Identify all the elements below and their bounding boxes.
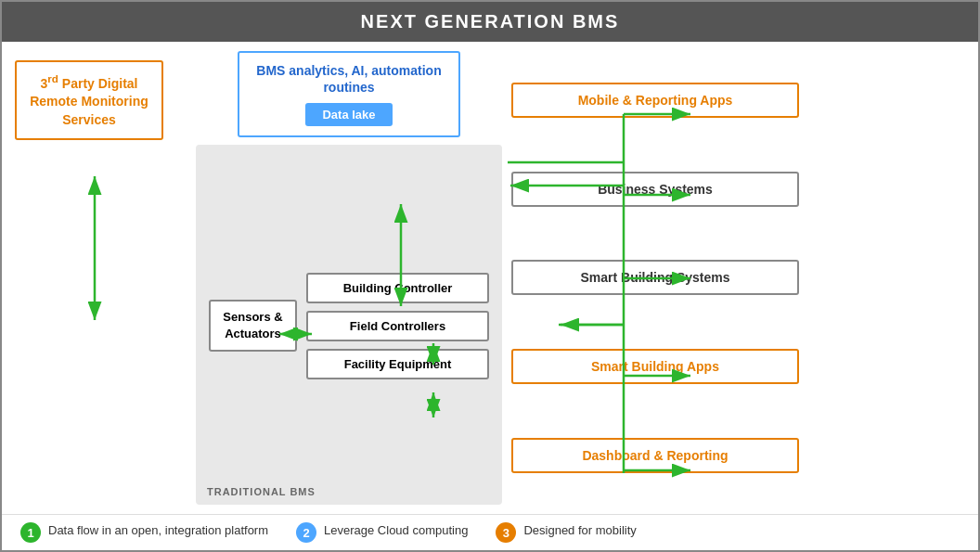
middle-column: BMS analytics, AI, automation routines D… xyxy=(196,51,502,505)
left-column: 3rd Party Digital Remote Monitoring Serv… xyxy=(15,51,187,505)
dashboard-reporting-box: Dashboard & Reporting xyxy=(511,438,799,473)
legend-circle-1: 1 xyxy=(20,522,41,543)
third-party-label: 3rd Party Digital Remote Monitoring Serv… xyxy=(30,76,148,127)
legend-item-1: 1 Data flow in an open, integration plat… xyxy=(20,522,268,543)
traditional-bms-label: TRADITIONAL BMS xyxy=(207,486,316,497)
right-column: Mobile & Reporting Apps Business Systems… xyxy=(511,51,799,505)
diagram-area: 3rd Party Digital Remote Monitoring Serv… xyxy=(2,42,978,514)
legend-number-2: 2 xyxy=(303,526,309,540)
smart-building-apps-box: Smart Building Apps xyxy=(511,349,799,384)
legend-item-3: 3 Designed for mobility xyxy=(496,522,636,543)
analytics-box: BMS analytics, AI, automation routines D… xyxy=(238,51,460,137)
traditional-bms-area: Sensors & Actuators Building Controller … xyxy=(196,145,502,505)
legend-number-1: 1 xyxy=(27,526,33,540)
outer-container: NEXT GENERATION BMS 3rd Party Digital Re… xyxy=(0,0,980,552)
data-lake-label: Data lake xyxy=(305,103,392,126)
page-title: NEXT GENERATION BMS xyxy=(2,2,978,42)
legend-number-3: 3 xyxy=(503,526,509,540)
legend-text-2: Leverage Cloud computing xyxy=(324,522,468,539)
smart-building-systems-box: Smart Building Systems xyxy=(511,260,799,295)
mobile-reporting-apps-box: Mobile & Reporting Apps xyxy=(511,83,799,118)
field-controllers-box: Field Controllers xyxy=(306,311,489,341)
business-systems-box: Business Systems xyxy=(511,172,799,207)
legend-circle-2: 2 xyxy=(296,522,316,543)
legend-item-2: 2 Leverage Cloud computing xyxy=(296,522,468,543)
third-party-box: 3rd Party Digital Remote Monitoring Serv… xyxy=(15,60,163,140)
legend-text-3: Designed for mobility xyxy=(523,522,636,539)
legend-circle-3: 3 xyxy=(496,522,516,543)
analytics-title: BMS analytics, AI, automation routines xyxy=(252,62,445,96)
legend-text-1: Data flow in an open, integration platfo… xyxy=(48,522,268,539)
controllers-stack: Building Controller Field Controllers Fa… xyxy=(306,154,489,497)
trad-inner: Sensors & Actuators Building Controller … xyxy=(209,154,489,497)
building-controller-box: Building Controller xyxy=(306,273,489,303)
legend: 1 Data flow in an open, integration plat… xyxy=(2,514,978,550)
sensors-actuators-box: Sensors & Actuators xyxy=(209,300,297,352)
facility-equipment-box: Facility Equipment xyxy=(306,349,489,379)
